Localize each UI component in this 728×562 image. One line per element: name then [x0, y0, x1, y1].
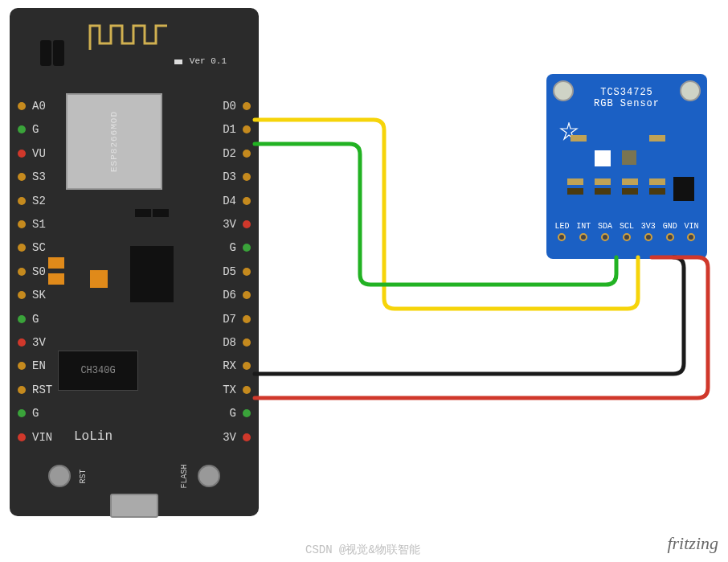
pin-dot-icon: [243, 386, 251, 394]
pin-rx[interactable]: RX: [154, 359, 251, 372]
pin-label: G: [32, 407, 39, 420]
pin-3v[interactable]: 3V: [154, 431, 251, 444]
sensor-pin-int[interactable]: INT: [576, 222, 591, 241]
pin-g[interactable]: G: [18, 407, 114, 420]
pin-hole-icon: [558, 233, 566, 241]
pin-dot-icon: [243, 268, 251, 276]
sensor-pin-vin[interactable]: VIN: [684, 222, 698, 241]
pin-dot-icon: [18, 362, 26, 370]
pin-dot-icon: [243, 150, 251, 158]
pin-s3[interactable]: S3: [18, 170, 114, 183]
pin-label: D3: [223, 170, 236, 183]
sensor-pin-led[interactable]: LED: [554, 222, 569, 241]
tcs34725-sensor-board: TCS34725 RGB Sensor LEDINTSDASCL3V3GNDVI…: [546, 74, 707, 259]
usb-port[interactable]: [110, 494, 158, 518]
pin-label: D2: [223, 147, 236, 160]
sensor-led: [595, 150, 611, 166]
sensor-ic: [622, 150, 636, 165]
antenna-icon: [88, 19, 185, 51]
pin-dot-icon: [18, 409, 26, 417]
pin-label: EN: [32, 359, 46, 372]
pin-d6[interactable]: D6: [154, 289, 251, 302]
pin-a0[interactable]: A0: [18, 100, 114, 113]
pin-label: SK: [32, 289, 46, 302]
pin-dot-icon: [243, 362, 251, 370]
pin-rst[interactable]: RST: [18, 384, 114, 396]
pin-d8[interactable]: D8: [154, 336, 251, 349]
pin-hole-icon: [601, 233, 609, 241]
pin-g[interactable]: G: [154, 407, 251, 420]
pin-d5[interactable]: D5: [154, 265, 251, 278]
version-label: Ver 0.1: [190, 56, 227, 66]
pin-label: INT: [576, 222, 591, 231]
pin-label: D7: [223, 313, 236, 326]
pin-label: S2: [32, 195, 46, 207]
pin-dot-icon: [18, 197, 26, 205]
pin-d2[interactable]: D2: [154, 147, 251, 160]
sensor-pin-sda[interactable]: SDA: [598, 222, 612, 241]
pin-d3[interactable]: D3: [154, 170, 251, 183]
pin-label: S3: [32, 170, 46, 183]
pin-tx[interactable]: TX: [154, 384, 251, 396]
pin-g[interactable]: G: [18, 123, 114, 136]
pin-label: G: [32, 313, 39, 326]
chip-label: ESP8266MOD: [109, 111, 119, 172]
pin-dot-icon: [18, 102, 26, 110]
pin-dot-icon: [243, 125, 251, 133]
pin-vin[interactable]: VIN: [18, 431, 114, 444]
pin-dot-icon: [243, 291, 251, 299]
pin-dot-icon: [18, 338, 26, 347]
pin-sc[interactable]: SC: [18, 241, 114, 254]
pin-label: VIN: [32, 431, 52, 444]
pin-label: SCL: [620, 222, 634, 231]
pin-label: TX: [223, 384, 236, 396]
pin-dot-icon: [18, 315, 26, 323]
pin-sk[interactable]: SK: [18, 289, 114, 302]
pin-d1[interactable]: D1: [154, 123, 251, 136]
smd-component: [649, 188, 665, 195]
pin-s1[interactable]: S1: [18, 218, 114, 231]
pin-dot-icon: [243, 244, 251, 252]
pin-label: VU: [32, 147, 46, 160]
pin-g[interactable]: G: [154, 241, 251, 254]
pin-s0[interactable]: S0: [18, 265, 114, 278]
pin-dot-icon: [243, 220, 251, 228]
pin-dot-icon: [243, 338, 251, 347]
pin-label: D0: [223, 100, 236, 113]
sensor-pin-scl[interactable]: SCL: [620, 222, 634, 241]
smd-component: [153, 209, 169, 217]
flash-button[interactable]: [198, 465, 220, 487]
sensor-subtitle: RGB Sensor: [546, 98, 707, 109]
pin-dot-icon: [18, 244, 26, 252]
pin-label: S1: [32, 218, 46, 231]
smd-component: [135, 209, 151, 217]
reset-button[interactable]: [48, 465, 71, 487]
pin-dot-icon: [18, 125, 26, 133]
smd-component: [567, 188, 583, 195]
rst-label: RST: [79, 469, 88, 483]
pin-dot-icon: [18, 291, 26, 299]
pin-d4[interactable]: D4: [154, 195, 251, 207]
onboard-led: [174, 59, 182, 64]
pin-d0[interactable]: D0: [154, 100, 251, 113]
pin-label: G: [230, 241, 236, 254]
sensor-pin-3v3[interactable]: 3V3: [641, 222, 656, 241]
pin-s2[interactable]: S2: [18, 195, 114, 207]
pin-dot-icon: [18, 433, 26, 441]
pin-dot-icon: [243, 315, 251, 323]
pin-3v[interactable]: 3V: [18, 336, 114, 349]
pin-label: D4: [223, 195, 236, 207]
pin-g[interactable]: G: [18, 313, 114, 326]
pin-hole-icon: [644, 233, 652, 241]
software-watermark: fritzing: [667, 533, 718, 554]
pin-3v[interactable]: 3V: [154, 218, 251, 231]
pin-hole-icon: [623, 233, 631, 241]
pin-vu[interactable]: VU: [18, 147, 114, 160]
pin-label: 3V: [223, 218, 236, 231]
sensor-pin-gnd[interactable]: GND: [663, 222, 677, 241]
pin-hole-icon: [666, 233, 674, 241]
pin-d7[interactable]: D7: [154, 313, 251, 326]
pin-en[interactable]: EN: [18, 359, 114, 372]
pin-label: SC: [32, 241, 46, 254]
pin-dot-icon: [18, 268, 26, 276]
